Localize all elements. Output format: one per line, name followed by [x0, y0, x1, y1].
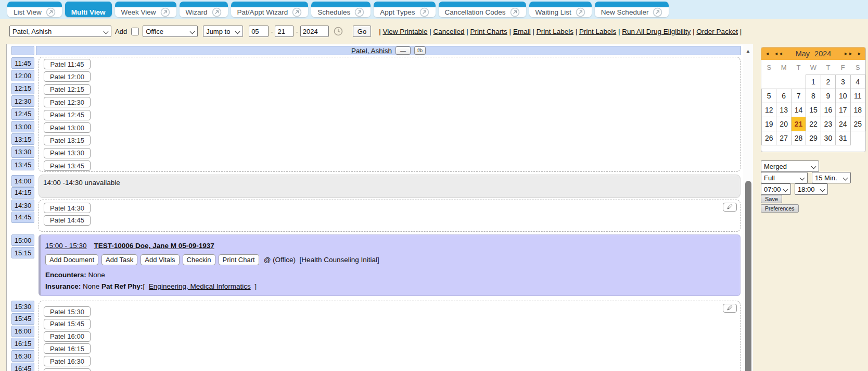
- open-in-new-window-icon[interactable]: [576, 7, 585, 17]
- date-day-input[interactable]: [275, 26, 293, 37]
- patel-12-15-slot-button[interactable]: Patel 12:15: [44, 84, 91, 95]
- open-in-new-window-icon[interactable]: [160, 7, 170, 17]
- view-select[interactable]: Full: [761, 172, 808, 183]
- patel-13-30-slot-button[interactable]: Patel 13:30: [44, 148, 91, 158]
- calendar-day-28[interactable]: 28: [791, 131, 806, 145]
- clock-icon[interactable]: [334, 27, 343, 36]
- toolbar-link-view-printable[interactable]: View Printable: [382, 28, 427, 35]
- calendar-day-30[interactable]: 30: [821, 131, 835, 145]
- patel-16-00-slot-button[interactable]: Patel 16:00: [44, 331, 91, 342]
- provider-select[interactable]: Patel, Ashish: [9, 26, 111, 37]
- add-vitals-button[interactable]: Add Vitals: [141, 254, 179, 265]
- time-cell[interactable]: 16:45: [11, 363, 34, 371]
- calendar-day-25[interactable]: 25: [850, 117, 865, 131]
- calendar-day-11[interactable]: 11: [850, 89, 865, 103]
- time-cell[interactable]: 15:15: [11, 247, 34, 258]
- calendar-day-9[interactable]: 9: [821, 89, 835, 103]
- time-cell[interactable]: 11:45: [11, 57, 34, 69]
- time-cell[interactable]: 12:30: [11, 95, 34, 107]
- toolbar-link-run-all-drug-eligibility[interactable]: Run All Drug Eligibility: [622, 28, 691, 35]
- end-time-select[interactable]: 18:00: [795, 183, 828, 195]
- time-cell[interactable]: 13:45: [11, 159, 34, 170]
- time-cell[interactable]: 14:30: [11, 200, 34, 211]
- tab-multi-view[interactable]: Multi View: [65, 2, 112, 17]
- go-button[interactable]: Go: [353, 26, 371, 37]
- minimize-column-button[interactable]: —: [395, 46, 411, 55]
- time-cell[interactable]: 14:45: [11, 212, 34, 223]
- print-chart-button[interactable]: Print Chart: [219, 254, 259, 265]
- time-cell[interactable]: 13:00: [11, 121, 34, 132]
- calendar-day-24[interactable]: 24: [836, 117, 850, 131]
- schedule-block-open[interactable]: Patel 11:45Patel 12:00Patel 12:15Patel 1…: [39, 57, 741, 172]
- time-cell[interactable]: 14:00: [11, 175, 34, 187]
- time-cell[interactable]: 14:15: [11, 187, 34, 199]
- toolbar-link-email[interactable]: Email: [513, 28, 531, 35]
- time-cell[interactable]: 16:30: [11, 350, 34, 362]
- time-cell[interactable]: 15:45: [11, 313, 34, 325]
- patel-14-45-slot-button[interactable]: Patel 14:45: [44, 215, 91, 226]
- calendar-day-22[interactable]: 22: [806, 117, 821, 131]
- time-cell[interactable]: 13:30: [11, 146, 34, 158]
- calendar-day-3[interactable]: 3: [836, 75, 850, 89]
- vertical-scrollbar-thumb[interactable]: [745, 181, 751, 371]
- patel-13-15-slot-button[interactable]: Patel 13:15: [44, 135, 91, 145]
- patel-16-30-slot-button[interactable]: Patel 16:30: [44, 356, 91, 366]
- add-task-button[interactable]: Add Task: [101, 254, 137, 265]
- patel-16-45-slot-button[interactable]: Patel 16:45: [44, 368, 91, 371]
- calendar-day-29[interactable]: 29: [806, 131, 821, 145]
- patel-15-45-slot-button[interactable]: Patel 15:45: [44, 319, 91, 329]
- preferences-button[interactable]: Preferences: [761, 204, 799, 213]
- checkin-button[interactable]: Checkin: [183, 254, 215, 265]
- calendar-day-7[interactable]: 7: [791, 89, 806, 103]
- calendar-day-2[interactable]: 2: [821, 75, 835, 89]
- layout-select[interactable]: Merged: [761, 160, 819, 172]
- provider-header-link[interactable]: Patel, Ashish: [351, 47, 392, 55]
- patel-12-00-slot-button[interactable]: Patel 12:00: [44, 71, 91, 82]
- calendar-day-14[interactable]: 14: [791, 103, 806, 117]
- date-year-input[interactable]: [300, 26, 329, 37]
- patel-13-45-slot-button[interactable]: Patel 13:45: [44, 160, 91, 171]
- calendar-day-selected[interactable]: 21: [791, 117, 806, 131]
- scroll-up-icon[interactable]: ▲: [743, 48, 753, 54]
- toolbar-link-print-labels[interactable]: Print Labels: [579, 28, 616, 35]
- interval-select[interactable]: 15 Min.: [812, 172, 851, 183]
- tab-schedules[interactable]: Schedules: [311, 2, 371, 17]
- time-cell[interactable]: 12:15: [11, 83, 34, 94]
- calendar-day-31[interactable]: 31: [836, 131, 850, 145]
- schedule-block-open[interactable]: Patel 14:30Patel 14:45: [39, 200, 741, 232]
- open-in-new-window-icon[interactable]: [510, 7, 520, 17]
- calendar-day-4[interactable]: 4: [850, 75, 865, 89]
- jump-to-select[interactable]: Jump to: [203, 26, 243, 37]
- edit-availability-button[interactable]: [723, 203, 737, 212]
- patel-16-15-slot-button[interactable]: Patel 16:15: [44, 343, 91, 354]
- tab-pat-appt-wizard[interactable]: Pat/Appt Wizard: [231, 2, 309, 17]
- tab-list-view[interactable]: List View: [7, 2, 62, 17]
- tab-new-scheduler[interactable]: New Scheduler: [595, 2, 669, 17]
- time-cell[interactable]: 12:45: [11, 108, 34, 120]
- toolbar-link-print-charts[interactable]: Print Charts: [470, 28, 507, 35]
- add-checkbox[interactable]: [131, 28, 139, 35]
- calendar-day-10[interactable]: 10: [836, 89, 850, 103]
- calendar-fast-back-icon[interactable]: ◄◄: [774, 51, 783, 56]
- appointment-patient-link[interactable]: TEST-10006 Doe, Jane M 05-09-1937: [94, 242, 214, 250]
- time-cell[interactable]: 12:00: [11, 70, 34, 81]
- tab-appt-types[interactable]: Appt Types: [374, 2, 435, 17]
- fb-toggle-button[interactable]: f/b: [414, 46, 426, 55]
- appointment-time-link[interactable]: 15:00 - 15:30: [45, 242, 87, 250]
- time-cell[interactable]: 16:15: [11, 338, 34, 349]
- facility-select[interactable]: Office: [143, 26, 198, 37]
- calendar-day-26[interactable]: 26: [762, 131, 776, 145]
- calendar-day-5[interactable]: 5: [762, 89, 776, 103]
- tab-cancellation-codes[interactable]: Cancellation Codes: [439, 2, 526, 17]
- patel-13-00-slot-button[interactable]: Patel 13:00: [44, 122, 91, 133]
- add-document-button[interactable]: Add Document: [45, 254, 98, 265]
- calendar-day-8[interactable]: 8: [806, 89, 821, 103]
- open-in-new-window-icon[interactable]: [292, 7, 302, 17]
- toolbar-link-print-labels[interactable]: Print Labels: [537, 28, 573, 35]
- open-in-new-window-icon[interactable]: [212, 7, 222, 17]
- calendar-day-23[interactable]: 23: [821, 117, 835, 131]
- time-cell[interactable]: 13:15: [11, 133, 34, 145]
- calendar-forward-icon[interactable]: ►: [857, 51, 862, 56]
- tab-week-view[interactable]: Week View: [115, 2, 176, 17]
- calendar-day-20[interactable]: 20: [776, 117, 791, 131]
